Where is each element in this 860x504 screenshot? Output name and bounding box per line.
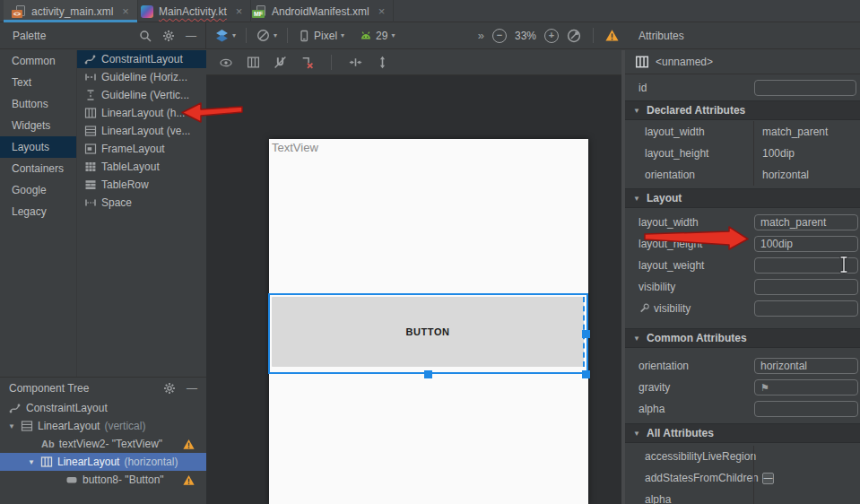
component-name: <unnamed>: [656, 56, 713, 68]
component-tree-title: Component Tree: [9, 382, 152, 395]
attr-value[interactable]: [753, 489, 860, 504]
selected-component-row: <unnamed>: [625, 50, 860, 74]
zoom-in-icon[interactable]: +: [544, 29, 559, 43]
tree-node-linearlayout-horizontal[interactable]: ▼ LinearLayout(horizontal): [0, 453, 206, 471]
common-attribute-rows: orientationhorizontal gravity⚑ alpha: [625, 355, 860, 420]
layers-icon: [215, 29, 229, 42]
palette-item-linearlayout-vertical[interactable]: LinearLayout (ve...: [77, 122, 206, 140]
expand-triangle-icon[interactable]: ▼: [7, 422, 16, 430]
design-surface: TextView BUTTON: [206, 50, 621, 504]
visibility-input[interactable]: [754, 279, 858, 295]
tab-mainactivity-kt[interactable]: MainActivity.kt ×: [133, 0, 251, 22]
attr-value[interactable]: [753, 446, 860, 467]
warning-icon[interactable]: [183, 474, 195, 486]
id-input[interactable]: [754, 80, 856, 96]
selection-handle-right-center[interactable]: [582, 330, 590, 338]
tree-node-constraintlayout[interactable]: ConstraintLayout: [0, 399, 206, 417]
orientation-selector[interactable]: ▾: [256, 29, 277, 42]
attr-row: gravity⚑: [625, 377, 860, 398]
linearlayout-horizontal-icon: [84, 107, 97, 119]
palette-item-tablelayout[interactable]: TableLayout: [77, 158, 206, 176]
palette-category-containers[interactable]: Containers: [0, 158, 76, 179]
minimize-icon[interactable]: —: [187, 382, 197, 395]
section-common-attributes[interactable]: ▼ Common Attributes: [625, 328, 860, 348]
zoom-percent: 33%: [515, 30, 536, 42]
palette-category-layouts[interactable]: Layouts: [0, 136, 76, 158]
kotlin-file-icon: [141, 5, 153, 18]
palette-item-list: ConstraintLayout Guideline (Horiz... Gui…: [76, 50, 206, 377]
palette-category-text[interactable]: Text: [0, 72, 76, 93]
palette-category-buttons[interactable]: Buttons: [0, 93, 76, 115]
palette-category-common[interactable]: Common: [0, 50, 76, 72]
gear-icon[interactable]: [163, 382, 176, 395]
pack-horizontal-icon[interactable]: [349, 56, 362, 69]
section-layout[interactable]: ▼ Layout: [625, 188, 860, 208]
canvas-textview[interactable]: TextView: [272, 141, 318, 154]
tab-activity-main-xml[interactable]: <> activity_main.xml ×: [4, 0, 138, 22]
android-api-icon: [360, 30, 372, 42]
gravity-input[interactable]: ⚑: [754, 379, 858, 395]
linearlayout-vertical-icon: [21, 420, 33, 432]
close-icon[interactable]: ×: [122, 4, 129, 18]
convert-orientation-icon[interactable]: [247, 56, 260, 69]
warning-icon[interactable]: [605, 29, 619, 42]
gear-icon[interactable]: [162, 30, 175, 42]
palette-item-linearlayout-horizontal[interactable]: LinearLayout (h...: [77, 104, 206, 122]
tree-node-button8[interactable]: button8- "Button": [0, 471, 206, 489]
close-icon[interactable]: ×: [236, 4, 243, 18]
tree-node-linearlayout-vertical[interactable]: ▼ LinearLayout(vertical): [0, 417, 206, 435]
attr-value[interactable]: horizontal: [753, 164, 860, 186]
palette-category-google[interactable]: Google: [0, 179, 76, 201]
attr-row: orientationhorizontal: [625, 355, 860, 377]
view-options-eye-icon[interactable]: [219, 56, 233, 69]
palette-item-space[interactable]: Space: [77, 194, 206, 212]
alpha-input[interactable]: [754, 401, 858, 417]
palette-category-widgets[interactable]: Widgets: [0, 115, 76, 136]
flag-icon: ⚑: [760, 382, 769, 394]
minimize-icon[interactable]: —: [186, 30, 196, 42]
zoom-out-icon[interactable]: −: [492, 29, 507, 43]
layout-height-input[interactable]: 100dip: [754, 236, 858, 252]
attr-value[interactable]: 100dip: [753, 143, 860, 164]
zoom-to-fit-icon[interactable]: [567, 29, 581, 43]
selection-handle-bottom-right[interactable]: [582, 370, 590, 378]
selection-outline: [268, 293, 588, 374]
toolbar-overflow-icon[interactable]: »: [478, 29, 484, 42]
api-selector[interactable]: 29 ▾: [360, 30, 395, 42]
section-all-attributes[interactable]: ▼ All Attributes: [625, 423, 860, 443]
close-icon[interactable]: ×: [378, 4, 386, 18]
tab-label: activity_main.xml: [31, 5, 113, 18]
clear-constraints-icon[interactable]: [300, 56, 314, 69]
autoconnect-off-magnet-icon[interactable]: [274, 56, 287, 69]
palette-item-guideline-horizontal[interactable]: Guideline (Horiz...: [77, 68, 206, 86]
expand-vertical-icon[interactable]: [376, 56, 389, 69]
orientation-input[interactable]: horizontal: [754, 358, 858, 374]
selection-handle-bottom-center[interactable]: [424, 370, 432, 378]
palette-item-guideline-vertical[interactable]: Guideline (Vertic...: [77, 86, 206, 104]
tab-label: AndroidManifest.xml: [272, 5, 369, 18]
device-selector[interactable]: Pixel ▾: [298, 30, 344, 42]
framelayout-icon: [84, 143, 97, 155]
linearlayout-vertical-icon: [84, 125, 97, 137]
palette-item-framelayout[interactable]: FrameLayout: [77, 140, 206, 158]
palette-category-legacy[interactable]: Legacy: [0, 201, 76, 222]
palette-item-constraintlayout[interactable]: ConstraintLayout: [77, 50, 206, 68]
warning-icon[interactable]: [183, 439, 195, 450]
indeterminate-checkbox[interactable]: —: [762, 473, 774, 484]
layout-xml-file-icon: <>: [12, 4, 26, 19]
search-icon[interactable]: [139, 30, 152, 42]
palette-item-tablerow[interactable]: TableRow: [77, 176, 206, 194]
tab-androidmanifest-xml[interactable]: MF AndroidManifest.xml ×: [244, 0, 394, 22]
attr-value[interactable]: match_parent: [753, 121, 860, 143]
expand-triangle-icon: ▼: [632, 107, 641, 115]
layout-weight-input[interactable]: [754, 257, 858, 274]
attr-row: layout_height100dip: [625, 233, 860, 255]
layout-width-input[interactable]: match_parent: [754, 214, 858, 230]
design-mode-selector[interactable]: ▾: [215, 29, 236, 42]
tree-node-textview2[interactable]: Ab textView2- "TextView": [0, 435, 206, 453]
section-declared-attributes[interactable]: ▼ Declared Attributes: [625, 100, 860, 120]
space-icon: [84, 196, 97, 209]
attr-row: layout_widthmatch_parent: [625, 212, 860, 233]
tools-visibility-input[interactable]: [754, 300, 858, 317]
expand-triangle-icon[interactable]: ▼: [27, 458, 36, 466]
